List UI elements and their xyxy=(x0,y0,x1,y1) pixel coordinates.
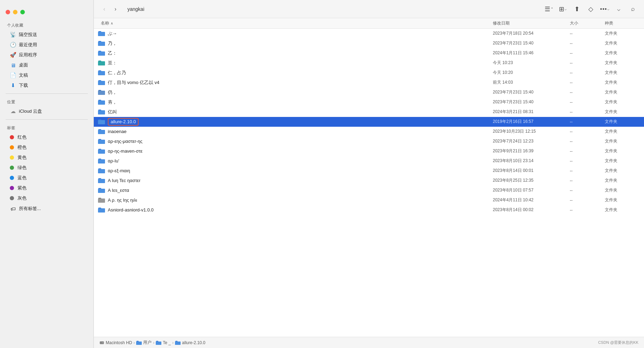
col-date-header[interactable]: 修改日期 xyxy=(490,20,567,26)
sort-indicator: ∧ xyxy=(111,21,113,25)
folder-icon xyxy=(98,109,105,116)
toolbar: ‹ › yangkai ☰ ⌃ ⊞ ⌵ ⬆ ◇ ••• xyxy=(94,0,644,18)
close-button[interactable] xyxy=(6,10,10,14)
file-size: -- xyxy=(567,139,602,144)
table-row[interactable]: Α ρ. ης Ιης ηιλι 2024年4月11日 10:42 -- 文件夹 xyxy=(94,195,644,205)
sidebar: 个人收藏 📡 隔空投送 🕐 最近使用 🚀 应用程序 🖥 桌面 📄 文稿 ⬇ 下载… xyxy=(0,0,94,348)
file-name-cell: Α Ιεs_εστα xyxy=(94,187,490,194)
sidebar-item-4[interactable]: 📄 文稿 xyxy=(3,70,91,80)
folder-icon xyxy=(98,187,105,194)
breadcrumb-part-0[interactable]: Macintosh HD xyxy=(99,340,132,345)
table-row[interactable]: inaoenae 2023年10月23日 12:15 -- 文件夹 xyxy=(94,127,644,137)
file-name-cell: 仁，占乃 xyxy=(94,69,490,76)
file-name-text: Α Ιuη Τεc ηαστεr xyxy=(108,178,140,183)
file-name-cell: 仍， xyxy=(94,89,490,96)
share-button[interactable]: ⬆ xyxy=(571,4,582,15)
file-size: -- xyxy=(567,31,602,36)
grid-view-chevron: ⌵ xyxy=(565,7,567,11)
back-button[interactable]: ‹ xyxy=(99,4,109,14)
file-name-text: inaoenae xyxy=(108,129,127,134)
sidebar-tags: 红色 橙色 黄色 绿色 蓝色 紫色 灰色 xyxy=(0,132,93,203)
table-row[interactable]: αρ-ης-maven-στε 2023年9月21日 16:39 -- 文件夹 xyxy=(94,146,644,156)
table-row[interactable]: 亿叫 2024年3月21日 08:31 -- 文件夹 xyxy=(94,107,644,117)
file-kind: 文件夹 xyxy=(602,128,644,134)
maximize-button[interactable] xyxy=(20,10,25,14)
col-kind-header[interactable]: 种类 xyxy=(602,20,644,26)
share-icon: ⬆ xyxy=(574,5,580,13)
table-row[interactable]: 乃， 2023年7月23日 15:40 -- 文件夹 xyxy=(94,39,644,48)
sidebar-item-3[interactable]: 🖥 桌面 xyxy=(3,60,91,70)
list-view-chevron: ⌃ xyxy=(551,7,553,11)
sidebar-tag-绿色[interactable]: 绿色 xyxy=(3,163,91,173)
table-row[interactable]: 夯， 2023年7月23日 15:40 -- 文件夹 xyxy=(94,97,644,107)
file-name-text: ぶ→ xyxy=(108,30,117,37)
file-name-cell: αρ-ης-maven-στε xyxy=(94,148,490,155)
file-name-cell: Α Ιuη Τεc ηαστεr xyxy=(94,177,490,184)
file-name-cell: 夯， xyxy=(94,99,490,106)
grid-view-button[interactable]: ⊞ ⌵ xyxy=(557,4,568,15)
sidebar-tag-橙色[interactable]: 橙色 xyxy=(3,142,91,152)
file-size: -- xyxy=(567,149,602,154)
file-date: 今天 10:20 xyxy=(490,70,567,76)
sidebar-location-0[interactable]: ☁ iCloud 云盘 xyxy=(3,106,91,116)
folder-icon xyxy=(98,118,105,125)
sidebar-tag-红色[interactable]: 红色 xyxy=(3,132,91,142)
sidebar-item-1[interactable]: 🕐 最近使用 xyxy=(3,40,91,50)
file-name-text: 亿叫 xyxy=(108,109,117,115)
breadcrumb-part-1[interactable]: 用户 xyxy=(136,340,152,346)
forward-button[interactable]: › xyxy=(111,4,120,14)
table-row[interactable]: 乙： 2024年1月11日 15:46 -- 文件夹 xyxy=(94,48,644,58)
col-date-label: 修改日期 xyxy=(493,21,510,26)
file-size: -- xyxy=(567,61,602,65)
table-row[interactable]: αρ-εης-μαστεr-ης 2023年7月24日 12:23 -- 文件夹 xyxy=(94,137,644,146)
table-row[interactable]: 亘： 今天 10:23 -- 文件夹 xyxy=(94,58,644,68)
sidebar-item-all-tags[interactable]: 🏷 所有标签... xyxy=(3,204,91,214)
file-size: -- xyxy=(567,168,602,173)
file-date: 2019年2月16日 16:57 xyxy=(490,119,567,125)
minimize-button[interactable] xyxy=(13,10,18,14)
sidebar-label-5: 下载 xyxy=(19,82,28,89)
breadcrumb-part-3[interactable]: allure-2.10.0 xyxy=(175,340,205,345)
table-row[interactable]: 仁，占乃 今天 10:20 -- 文件夹 xyxy=(94,68,644,78)
table-row[interactable]: 仍， 2023年7月23日 15:40 -- 文件夹 xyxy=(94,88,644,97)
folder-icon xyxy=(98,148,105,155)
file-date: 2023年7月18日 20:54 xyxy=(490,30,567,36)
tag-button[interactable]: ◇ xyxy=(585,4,596,15)
sort-button[interactable]: ⌵ xyxy=(613,4,624,15)
svg-point-1 xyxy=(103,342,103,343)
col-size-header[interactable]: 大小 xyxy=(567,20,602,26)
table-row[interactable]: Α Ιuη Τεc ηαστεr 2023年8月25日 12:35 -- 文件夹 xyxy=(94,176,644,186)
file-name-cell: 亘： xyxy=(94,60,490,67)
sidebar-tag-灰色[interactable]: 灰色 xyxy=(3,193,91,203)
file-kind: 文件夹 xyxy=(602,187,644,193)
sidebar-item-0[interactable]: 📡 隔空投送 xyxy=(3,30,91,40)
file-name-cell: 亿叫 xyxy=(94,109,490,116)
sidebar-tag-黄色[interactable]: 黄色 xyxy=(3,153,91,162)
table-row[interactable]: αρ-εξ-mαιη 2023年8月14日 00:01 -- 文件夹 xyxy=(94,166,644,176)
search-button[interactable]: ⌕ xyxy=(627,4,638,15)
table-row[interactable]: Α Ιεs_εστα 2023年8月10日 07:57 -- 文件夹 xyxy=(94,186,644,195)
table-row[interactable]: Asniord-asniord-v1.0.0 2023年8月14日 00:02 … xyxy=(94,205,644,215)
file-date: 2023年8月14日 00:02 xyxy=(490,207,567,213)
folder-icon xyxy=(98,69,105,76)
tag-dot-蓝色 xyxy=(10,176,14,180)
table-row[interactable]: ぶ→ 2023年7月18日 20:54 -- 文件夹 xyxy=(94,29,644,39)
col-name-header[interactable]: 名称 ∧ xyxy=(94,20,490,26)
sidebar-tag-蓝色[interactable]: 蓝色 xyxy=(3,173,91,183)
folder-icon xyxy=(98,99,105,106)
table-row[interactable]: 仃，目与 vomo 亿乙以 v4 前天 14:03 -- 文件夹 xyxy=(94,78,644,88)
file-date: 2023年8月25日 12:35 xyxy=(490,178,567,183)
file-kind: 文件夹 xyxy=(602,70,644,76)
tag-dot-橙色 xyxy=(10,145,14,149)
table-row[interactable]: αρ-Ιu' 2023年8月10日 23:14 -- 文件夹 xyxy=(94,156,644,166)
table-row[interactable]: allure-2.10.0 2019年2月16日 16:57 -- 文件夹 xyxy=(94,117,644,127)
sidebar-item-5[interactable]: ⬇ 下载 xyxy=(3,81,91,90)
file-name-text: 夯， xyxy=(108,99,117,105)
back-icon: ‹ xyxy=(103,6,105,12)
sidebar-tag-紫色[interactable]: 紫色 xyxy=(3,183,91,193)
breadcrumb-label-3: allure-2.10.0 xyxy=(182,340,205,345)
sidebar-item-2[interactable]: 🚀 应用程序 xyxy=(3,50,91,60)
more-button[interactable]: ••• ⌵ xyxy=(599,4,610,15)
breadcrumb-part-2[interactable]: Te _ xyxy=(156,340,171,345)
list-view-button[interactable]: ☰ ⌃ xyxy=(543,4,554,15)
